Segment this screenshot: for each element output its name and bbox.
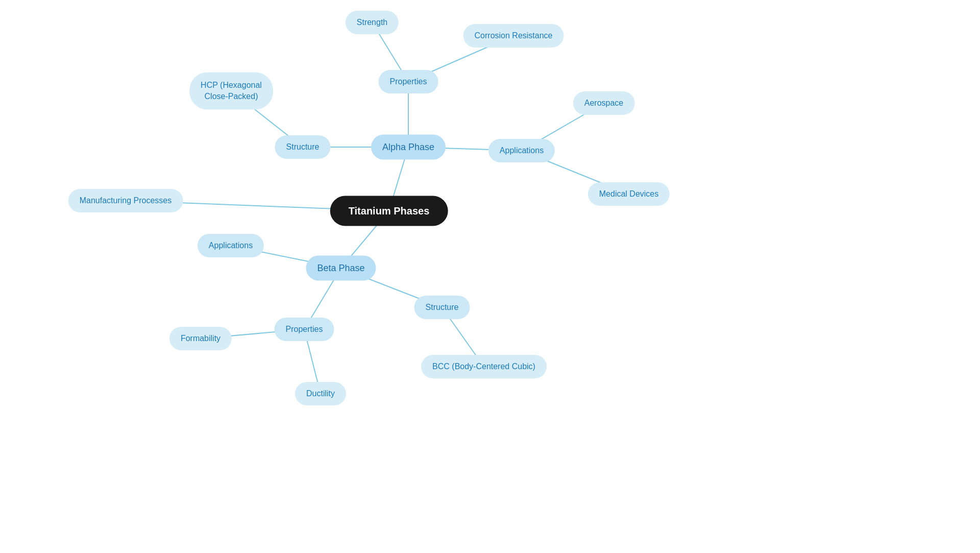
node-applications-beta[interactable]: Applications bbox=[198, 234, 264, 257]
node-manufacturing[interactable]: Manufacturing Processes bbox=[68, 189, 183, 212]
node-medical[interactable]: Medical Devices bbox=[588, 182, 670, 206]
mind-map: Titanium PhasesAlpha PhaseBeta PhaseManu… bbox=[0, 0, 980, 553]
node-properties-alpha[interactable]: Properties bbox=[379, 70, 438, 93]
node-structure-alpha[interactable]: Structure bbox=[275, 135, 331, 159]
node-aerospace[interactable]: Aerospace bbox=[573, 91, 635, 115]
node-corrosion[interactable]: Corrosion Resistance bbox=[463, 24, 564, 47]
node-properties-beta[interactable]: Properties bbox=[275, 318, 334, 341]
connections-svg bbox=[0, 0, 980, 553]
node-beta[interactable]: Beta Phase bbox=[306, 256, 376, 281]
node-alpha[interactable]: Alpha Phase bbox=[371, 135, 446, 160]
node-structure-beta[interactable]: Structure bbox=[414, 296, 470, 319]
node-hcp[interactable]: HCP (Hexagonal Close-Packed) bbox=[189, 73, 273, 110]
node-strength[interactable]: Strength bbox=[346, 11, 399, 34]
node-ductility[interactable]: Ductility bbox=[295, 382, 346, 405]
center-node[interactable]: Titanium Phases bbox=[330, 196, 448, 226]
node-formability[interactable]: Formability bbox=[169, 327, 232, 350]
node-applications-alpha[interactable]: Applications bbox=[488, 139, 555, 162]
node-bcc[interactable]: BCC (Body-Centered Cubic) bbox=[421, 355, 547, 378]
